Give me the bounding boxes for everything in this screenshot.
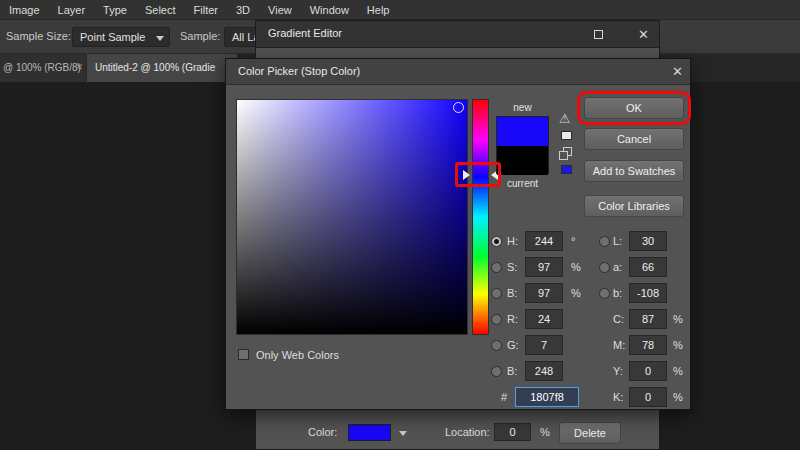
close-icon[interactable]: ✕ — [672, 65, 683, 78]
cube-front-face — [559, 151, 568, 160]
web-safe-color-swatch[interactable] — [561, 165, 572, 174]
tab-document-2-label: Untitled-2 @ 100% (Gradie — [95, 62, 215, 73]
l-input[interactable] — [629, 231, 667, 251]
menu-item-layer[interactable]: Layer — [49, 0, 95, 20]
only-web-colors-row: Only Web Colors — [238, 348, 398, 364]
m-label: M: — [613, 339, 625, 351]
b2-input[interactable] — [525, 361, 563, 381]
cancel-button[interactable]: Cancel — [584, 128, 684, 150]
menu-item-view[interactable]: View — [259, 0, 301, 20]
radio-s[interactable] — [491, 262, 502, 273]
c-input[interactable] — [629, 309, 667, 329]
field-row-k: K: % — [599, 387, 709, 409]
b-unit: % — [571, 287, 581, 299]
tab-document-2[interactable]: Untitled-2 @ 100% (Gradie — [87, 54, 237, 82]
h-input[interactable] — [525, 231, 563, 251]
b-label: B: — [507, 287, 517, 299]
menu-item-type[interactable]: Type — [94, 0, 136, 20]
current-color-label: current — [496, 178, 549, 189]
add-to-swatches-button[interactable]: Add to Swatches — [584, 160, 684, 182]
field-row-l: L: — [599, 231, 709, 253]
radio-g[interactable] — [491, 340, 502, 351]
m-unit: % — [673, 339, 683, 351]
menu-item-image[interactable]: Image — [0, 0, 49, 20]
h-label: H: — [507, 235, 518, 247]
color-picker-dialog: Color Picker (Stop Color) ✕ new current … — [225, 58, 691, 410]
field-row-blab: b: — [599, 283, 709, 305]
c-label: C: — [613, 313, 624, 325]
stop-color-swatch[interactable] — [348, 424, 391, 441]
radio-blab[interactable] — [599, 288, 610, 299]
radio-b2[interactable] — [491, 366, 502, 377]
radio-a[interactable] — [599, 262, 610, 273]
hex-input[interactable] — [515, 387, 579, 407]
menu-item-select[interactable]: Select — [136, 0, 185, 20]
field-row-b2: B: — [491, 361, 601, 383]
y-unit: % — [673, 365, 683, 377]
a-input[interactable] — [629, 257, 667, 277]
gradient-editor-titlebar[interactable]: Gradient Editor ✕ — [256, 21, 659, 48]
new-color-swatch — [497, 117, 548, 146]
s-label: S: — [507, 261, 517, 273]
r-label: R: — [507, 313, 518, 325]
y-label: Y: — [613, 365, 623, 377]
field-row-c: C: % — [599, 309, 709, 331]
gamut-warning-icon[interactable]: ⚠ — [559, 111, 571, 126]
field-row-h: H: ° — [491, 231, 601, 253]
menu-bar: Image Layer Type Select Filter 3D View W… — [0, 0, 800, 20]
b2-label: B: — [507, 365, 517, 377]
k-unit: % — [673, 391, 683, 403]
r-input[interactable] — [525, 309, 563, 329]
stop-location-input[interactable] — [494, 423, 531, 441]
only-web-colors-checkbox[interactable] — [238, 349, 249, 360]
radio-b[interactable] — [491, 288, 502, 299]
hex-prefix: # — [501, 391, 507, 403]
menu-item-help[interactable]: Help — [358, 0, 399, 20]
field-row-y: Y: % — [599, 361, 709, 383]
menu-item-3d[interactable]: 3D — [227, 0, 259, 20]
new-color-label: new — [496, 102, 549, 113]
menu-item-filter[interactable]: Filter — [185, 0, 227, 20]
c-unit: % — [673, 313, 683, 325]
delete-stop-button[interactable]: Delete — [559, 422, 621, 444]
radio-l[interactable] — [599, 236, 610, 247]
close-icon[interactable]: ✕ — [75, 62, 83, 72]
color-field-marker[interactable] — [453, 102, 464, 113]
stop-location-unit: % — [540, 426, 550, 438]
radio-h[interactable] — [491, 236, 502, 247]
h-unit: ° — [571, 235, 575, 247]
m-input[interactable] — [629, 335, 667, 355]
k-label: K: — [613, 391, 623, 403]
chevron-down-icon — [156, 36, 164, 41]
hue-slider[interactable] — [472, 99, 489, 335]
color-field[interactable] — [236, 99, 468, 335]
sample-size-select[interactable]: Point Sample — [72, 27, 170, 47]
annotation-ok-button — [577, 91, 691, 125]
y-input[interactable] — [629, 361, 667, 381]
chevron-down-icon[interactable] — [399, 431, 407, 436]
field-row-m: M: % — [599, 335, 709, 357]
s-unit: % — [571, 261, 581, 273]
menu-item-window[interactable]: Window — [301, 0, 358, 20]
radio-r[interactable] — [491, 314, 502, 325]
close-icon[interactable]: ✕ — [638, 28, 649, 41]
blab-input[interactable] — [629, 283, 667, 303]
stop-color-label: Color: — [308, 426, 337, 438]
b-input[interactable] — [525, 283, 563, 303]
maximize-icon[interactable] — [594, 30, 603, 39]
color-libraries-button[interactable]: Color Libraries — [584, 195, 684, 217]
g-input[interactable] — [525, 335, 563, 355]
tab-document-1[interactable]: @ 100% (RGB/8) ✕ — [0, 54, 86, 82]
field-row-s: S: % — [491, 257, 601, 279]
gradient-editor-title: Gradient Editor — [268, 27, 342, 39]
l-label: L: — [613, 235, 622, 247]
k-input[interactable] — [629, 387, 667, 407]
field-row-g: G: — [491, 335, 601, 357]
current-color-swatch[interactable] — [497, 146, 548, 175]
color-picker-titlebar[interactable]: Color Picker (Stop Color) ✕ — [226, 59, 690, 85]
web-safe-cube-icon[interactable] — [559, 147, 572, 160]
sample-size-value: Point Sample — [80, 31, 145, 43]
s-input[interactable] — [525, 257, 563, 277]
gamut-color-swatch[interactable] — [561, 131, 572, 140]
a-label: a: — [613, 261, 622, 273]
